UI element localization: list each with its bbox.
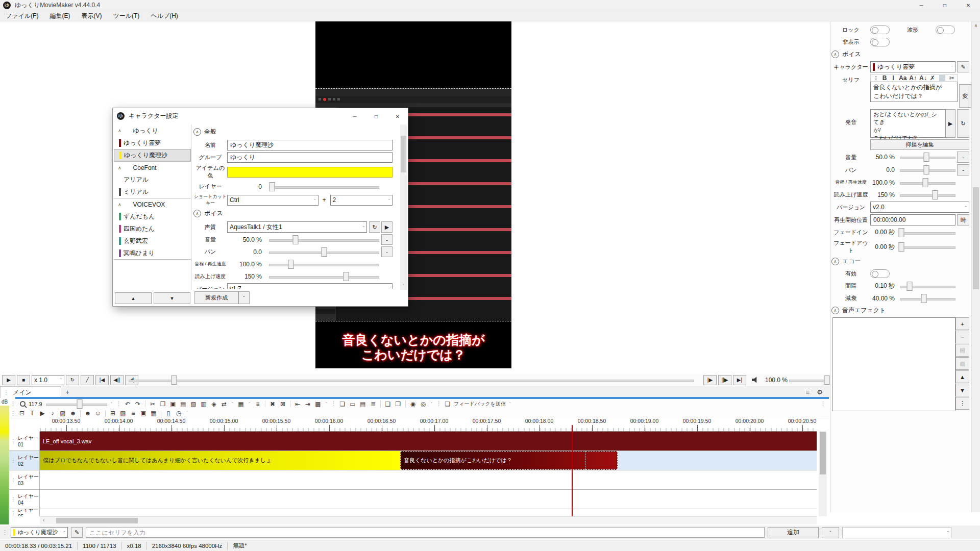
shift-left-icon[interactable]: ⇤ (293, 400, 302, 408)
delete-icon[interactable]: ✖ (268, 400, 277, 408)
add-image-icon[interactable]: ▨ (59, 410, 67, 417)
seek-end-button[interactable]: ▶| (733, 375, 746, 385)
chevron-down-icon[interactable]: ˇ (429, 402, 434, 406)
move-character-up-button[interactable]: ▲ (115, 292, 152, 304)
character-item-millial[interactable]: ミリアル (114, 186, 191, 198)
layer-label-2[interactable]: ⋮レイヤー 02 (9, 451, 40, 470)
serif-textarea[interactable]: 音良くないとかの指摘が こわいだけでは？ (870, 82, 958, 102)
sep[interactable] (105, 410, 106, 417)
add-device-icon[interactable]: ▯ (164, 410, 173, 417)
echo-decay-slider[interactable] (900, 294, 955, 303)
font-size-down-icon[interactable]: A↓ (919, 74, 927, 82)
volume-slider[interactable] (269, 235, 379, 244)
timeline-ruler[interactable]: 00:00:13.50 00:00:14.00 00:00:14.50 00:0… (40, 418, 817, 425)
clear-format-icon[interactable]: ✗ (929, 74, 936, 82)
loop-button[interactable]: ↻ (66, 375, 79, 385)
character-item-arial[interactable]: アリアル (114, 173, 191, 186)
character-select[interactable]: ゆっくり霊夢 ˇ (870, 61, 955, 72)
add-effect-icon[interactable]: ▧ (119, 410, 127, 417)
version-select[interactable]: v1.7 ˇ (227, 283, 393, 289)
sep[interactable] (405, 400, 406, 407)
pitch-slider[interactable] (269, 260, 379, 269)
effects-list[interactable] (832, 317, 955, 411)
voice-refresh-button[interactable]: ↻ (369, 221, 380, 233)
dialog-title-bar[interactable]: ゆ キャラクター設定 ─ □ ✕ (113, 108, 408, 123)
save-icon[interactable]: ▤ (359, 400, 367, 408)
minimize-button[interactable]: ─ (910, 0, 933, 11)
close-button[interactable]: ✕ (957, 0, 980, 11)
italic-icon[interactable]: I (890, 74, 896, 82)
start-position-input[interactable]: 00:00:00.00 (870, 214, 955, 226)
character-item-zundamon[interactable]: ずんだもん (114, 210, 191, 222)
drag-handle-icon[interactable]: ⋮ (331, 400, 336, 407)
menu-icon[interactable]: ≡ (806, 388, 810, 396)
volume-minus-button[interactable]: - (957, 152, 969, 163)
pitch-slider[interactable] (900, 178, 955, 187)
keyframe-button[interactable]: ╱ (81, 375, 94, 385)
sep[interactable] (265, 400, 265, 407)
preset-select[interactable]: ˇ (842, 527, 951, 538)
chevron-down-icon[interactable]: ˇ (185, 411, 189, 415)
merge-icon[interactable]: ▩ (314, 400, 322, 408)
menu-item[interactable]: ツール(T) (107, 12, 145, 20)
remove-effect-button[interactable]: − (955, 331, 969, 343)
time-button[interactable]: 時 (957, 214, 969, 226)
next-small-button[interactable]: |▶ (703, 375, 717, 385)
audio-clip[interactable]: LE_off vocal_3.wav (40, 432, 817, 450)
version-select[interactable]: v2.0 ˇ (870, 202, 969, 213)
paste-icon[interactable]: ▣ (169, 400, 177, 408)
echo-enable-toggle[interactable] (870, 269, 890, 278)
timeline-zoom-slider[interactable] (46, 399, 107, 409)
font-icon[interactable]: Aa (899, 74, 906, 82)
dialog-form-scrollbar[interactable]: ˇ (400, 124, 407, 290)
sep[interactable] (145, 400, 145, 407)
scroll-left-icon[interactable]: ‹ (43, 517, 44, 523)
settings-gear-icon[interactable]: ⚙ (817, 388, 823, 396)
scroll-up-icon[interactable]: ∧ (972, 23, 980, 28)
panel-scrollbar[interactable]: ∧ (971, 21, 980, 512)
screenshot-icon[interactable]: ◉ (409, 400, 417, 408)
open-folder-icon[interactable]: ▭ (349, 400, 357, 408)
pronunciation-textarea[interactable]: おと/よくないとかの/_シてき が/ こわいだけでわ? (870, 109, 945, 138)
refresh-pronunciation-button[interactable]: ↻ (957, 109, 969, 138)
delete-all-icon[interactable]: ⊠ (279, 400, 287, 408)
add-serif-button[interactable]: 追加 (768, 527, 819, 538)
font-size-up-icon[interactable]: A↑ (909, 74, 917, 82)
character-item-yukkuri-marisa[interactable]: ゆっくり魔理沙 (114, 149, 191, 161)
add-emoji-icon[interactable]: ☺ (94, 410, 102, 417)
redo-icon[interactable]: ↷ (134, 400, 142, 408)
create-new-chevron-button[interactable]: ˇ (238, 291, 250, 304)
play-pronunciation-button[interactable]: ▶ (945, 109, 955, 138)
save-effect-button[interactable]: ▥ (955, 357, 969, 370)
sep[interactable] (380, 400, 381, 407)
shift-right-icon[interactable]: ⇥ (304, 400, 312, 408)
layer-label-5[interactable]: ⋮レイヤー 05 (9, 509, 40, 516)
playback-rate-select[interactable]: x 1.0 ˇ (32, 375, 64, 385)
character-item-shikoku-metan[interactable]: 四国めたん (114, 222, 191, 235)
echo-interval-slider[interactable] (900, 282, 955, 291)
master-volume-slider[interactable] (789, 375, 829, 385)
toolbar-overflow-icon[interactable]: ⋮ (820, 400, 826, 407)
collapse-echo-icon[interactable]: ∧ (831, 258, 839, 265)
cut-icon[interactable]: ✂ (949, 74, 955, 82)
drag-handle-icon[interactable]: ⋮ (873, 75, 879, 82)
list-icon[interactable]: ≣ (369, 400, 377, 408)
speaker-icon[interactable] (752, 377, 760, 383)
stop-button[interactable]: ■ (17, 375, 30, 385)
sep[interactable] (939, 75, 945, 81)
speed-slider[interactable] (900, 190, 955, 199)
layer-label-4[interactable]: ⋮レイヤー 04 (9, 490, 40, 509)
chevron-down-icon[interactable]: ˇ (109, 402, 114, 406)
speed-slider[interactable] (269, 272, 379, 281)
chevron-down-icon[interactable]: ˇ (247, 402, 252, 406)
shortcut-key-select[interactable]: 2 ˇ (330, 195, 393, 206)
timeline-horizontal-scrollbar[interactable]: ‹ (40, 516, 817, 524)
waveform-toggle[interactable] (936, 26, 955, 34)
add-character-icon[interactable]: ☻ (84, 410, 92, 417)
serif-input[interactable] (86, 527, 765, 538)
playhead[interactable] (572, 425, 573, 516)
character-group-voicevox[interactable]: ∧ VOICEVOX (114, 198, 191, 210)
timeline-vertical-scrollbar[interactable] (819, 432, 827, 516)
camera-icon[interactable]: ◎ (419, 400, 427, 408)
add-text-icon[interactable]: T (28, 410, 36, 417)
